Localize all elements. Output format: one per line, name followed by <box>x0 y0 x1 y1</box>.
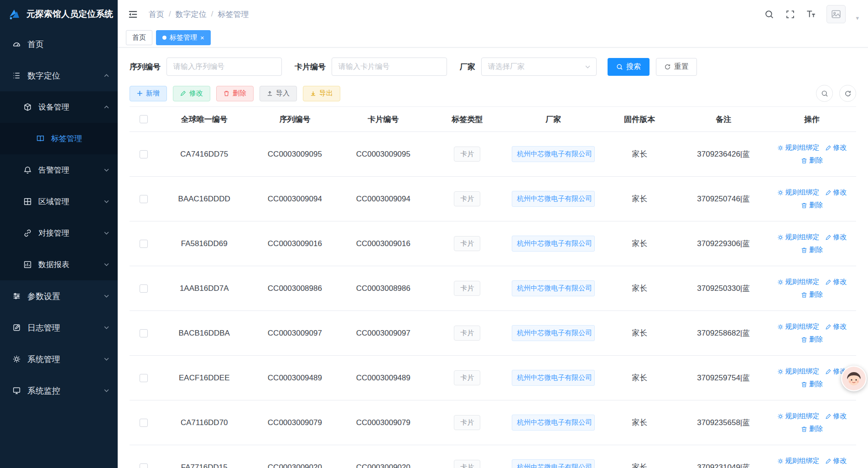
sidebar-item-docking-management[interactable]: 对接管理 <box>0 217 118 249</box>
vendor-chip[interactable]: 杭州中芯微电子有限公司 <box>512 146 595 162</box>
sidebar-item-system-management[interactable]: 系统管理 <box>0 343 118 375</box>
rule-bind-link[interactable]: 规则组绑定 <box>777 367 820 376</box>
row-checkbox[interactable] <box>140 240 148 248</box>
import-button[interactable]: 导入 <box>260 86 297 101</box>
rule-bind-link[interactable]: 规则组绑定 <box>777 278 820 286</box>
cell-card: CC0003009016 <box>339 239 427 248</box>
row-edit-link[interactable]: 修改 <box>825 188 847 197</box>
add-button[interactable]: 新增 <box>130 86 167 101</box>
row-delete-link[interactable]: 删除 <box>801 246 823 254</box>
row-delete-link[interactable]: 删除 <box>801 335 823 344</box>
row-edit-link[interactable]: 修改 <box>825 322 847 331</box>
vendor-chip[interactable]: 杭州中芯微电子有限公司 <box>512 280 595 296</box>
reset-button[interactable]: 重置 <box>656 58 697 76</box>
vendor-chip[interactable]: 杭州中芯微电子有限公司 <box>512 236 595 252</box>
link-icon <box>23 229 32 238</box>
cell-firmware: 家长 <box>600 373 679 383</box>
select-all-checkbox[interactable] <box>140 115 148 123</box>
row-edit-link[interactable]: 修改 <box>825 278 847 286</box>
sidebar-item-digital-positioning[interactable]: 数字定位 <box>0 60 118 91</box>
row-delete-link[interactable]: 删除 <box>801 201 823 210</box>
vendor-chip[interactable]: 杭州中芯微电子有限公司 <box>512 325 595 341</box>
sidebar-item-label: 对接管理 <box>38 228 69 238</box>
chevron-up-icon <box>104 104 109 110</box>
sidebar-item-label: 标签管理 <box>51 133 82 144</box>
tab-tag-management[interactable]: 标签管理 × <box>156 30 211 45</box>
row-delete-link[interactable]: 删除 <box>801 380 823 389</box>
tab-home[interactable]: 首页 <box>126 30 152 45</box>
sidebar-item-label: 系统监控 <box>27 385 60 396</box>
cell-firmware: 家长 <box>600 328 679 338</box>
row-checkbox[interactable] <box>140 374 148 382</box>
row-checkbox[interactable] <box>140 463 148 468</box>
search-button[interactable]: 搜索 <box>608 58 650 76</box>
vendor-chip[interactable]: 杭州中芯微电子有限公司 <box>512 459 595 468</box>
user-avatar[interactable] <box>826 5 846 23</box>
sidebar-item-label: 数据报表 <box>38 259 69 270</box>
export-button[interactable]: 导出 <box>303 86 340 101</box>
vendor-chip[interactable]: 杭州中芯微电子有限公司 <box>512 370 595 386</box>
row-checkbox[interactable] <box>140 419 148 427</box>
sidebar-item-system-monitor[interactable]: 系统监控 <box>0 375 118 406</box>
rule-bind-link[interactable]: 规则组绑定 <box>777 188 820 197</box>
row-checkbox[interactable] <box>140 284 148 293</box>
row-delete-link[interactable]: 删除 <box>801 156 823 165</box>
row-edit-link[interactable]: 修改 <box>825 233 847 242</box>
row-edit-link[interactable]: 修改 <box>825 143 847 152</box>
book-icon <box>36 134 45 143</box>
add-button-label: 新增 <box>146 89 160 98</box>
edit-button[interactable]: 修改 <box>173 86 210 101</box>
refresh-icon[interactable] <box>839 85 856 102</box>
rule-bind-link[interactable]: 规则组绑定 <box>777 322 820 331</box>
cell-serial: CC0003009016 <box>250 239 339 248</box>
row-checkbox[interactable] <box>140 195 148 203</box>
edit-button-label: 修改 <box>189 89 203 98</box>
rule-bind-link[interactable]: 规则组绑定 <box>777 412 820 421</box>
rule-bind-link[interactable]: 规则组绑定 <box>777 143 820 152</box>
sidebar-collapse-icon[interactable] <box>127 8 139 20</box>
sidebar-item-area-management[interactable]: 区域管理 <box>0 186 118 217</box>
rule-bind-link[interactable]: 规则组绑定 <box>777 233 820 242</box>
toggle-search-icon[interactable] <box>816 85 833 102</box>
sidebar-menu: 首页 数字定位 设备管理 <box>0 28 118 468</box>
search-icon[interactable] <box>764 9 774 20</box>
delete-button[interactable]: 删除 <box>216 86 254 101</box>
table-row: CA7116DD70CC0003009079CC0003009079卡片杭州中芯… <box>130 400 856 445</box>
card-input[interactable] <box>332 58 447 76</box>
tag-type-badge: 卡片 <box>454 281 480 296</box>
row-checkbox[interactable] <box>140 329 148 337</box>
table-row: 1AAB16DD7ACC0003008986CC0003008986卡片杭州中芯… <box>130 266 856 311</box>
vendor-chip[interactable]: 杭州中芯微电子有限公司 <box>512 191 595 207</box>
topbar-actions: ▾ <box>764 5 859 23</box>
service-avatar[interactable] <box>841 366 867 391</box>
list-icon <box>12 71 21 80</box>
caret-down-icon[interactable]: ▾ <box>856 15 859 21</box>
serial-input[interactable] <box>166 58 282 76</box>
row-edit-link[interactable]: 修改 <box>825 457 847 465</box>
row-checkbox[interactable] <box>140 150 148 158</box>
row-delete-link[interactable]: 删除 <box>801 290 823 299</box>
cell-firmware: 家长 <box>600 194 679 204</box>
rule-bind-link[interactable]: 规则组绑定 <box>777 457 820 465</box>
fullscreen-icon[interactable] <box>785 9 795 20</box>
sidebar-item-parameter-settings[interactable]: 参数设置 <box>0 280 118 312</box>
sidebar-item-alarm-management[interactable]: 告警管理 <box>0 154 118 186</box>
vendor-chip[interactable]: 杭州中芯微电子有限公司 <box>512 415 595 431</box>
cell-uid: BACB16DDBA <box>158 329 250 338</box>
sidebar-item-data-report[interactable]: 数据报表 <box>0 249 118 280</box>
sidebar-item-device-management[interactable]: 设备管理 <box>0 91 118 123</box>
font-size-icon[interactable] <box>806 9 816 20</box>
tab-label: 标签管理 <box>170 33 197 42</box>
col-header-uid: 全球唯一编号 <box>158 114 250 125</box>
row-edit-link[interactable]: 修改 <box>825 412 847 421</box>
sidebar-item-log-management[interactable]: 日志管理 <box>0 312 118 343</box>
sidebar-item-tag-management[interactable]: 标签管理 <box>0 123 118 154</box>
breadcrumb-item[interactable]: 首页 <box>149 9 164 20</box>
row-delete-link[interactable]: 删除 <box>801 425 823 433</box>
sidebar-item-home[interactable]: 首页 <box>0 28 118 60</box>
vendor-select[interactable]: 请选择厂家 <box>481 58 597 76</box>
breadcrumb-item[interactable]: 数字定位 <box>176 9 207 20</box>
app-logo[interactable]: 元探索馆人员定位系统 <box>0 0 118 28</box>
search-button-label: 搜索 <box>626 62 641 72</box>
close-icon[interactable]: × <box>200 34 204 41</box>
